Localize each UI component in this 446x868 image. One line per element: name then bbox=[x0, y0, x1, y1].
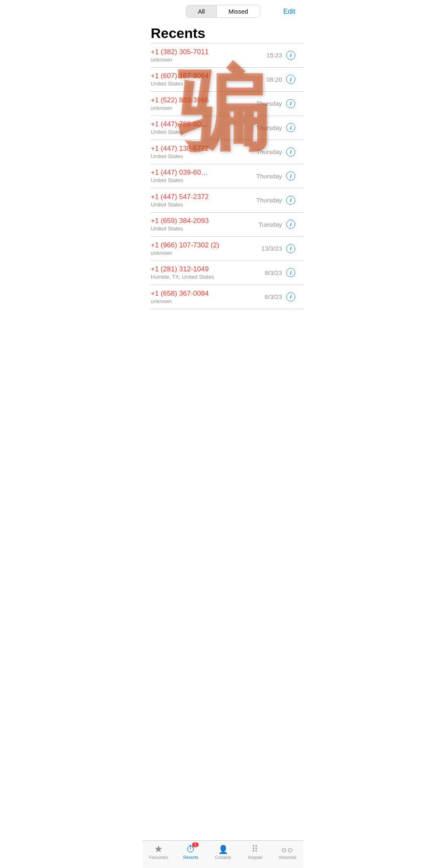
call-list: +1 (382) 305-7011 unknown 15:23 i +1 (60… bbox=[142, 43, 304, 309]
call-time: Tuesday bbox=[259, 221, 282, 228]
call-time: 15:23 bbox=[266, 52, 282, 59]
call-location: United States bbox=[151, 225, 259, 232]
call-number: +1 (966) 107-7302 (2) bbox=[151, 241, 261, 249]
call-item[interactable]: +1 (658) 367-0084 unknown 6/3/23 i bbox=[142, 285, 304, 309]
call-item-right: 08:20 i bbox=[266, 75, 295, 84]
call-time: Thursday bbox=[256, 100, 282, 107]
segment-all-button[interactable]: All bbox=[186, 5, 216, 17]
call-number: +1 (281) 312-1049 bbox=[151, 265, 265, 273]
info-button[interactable]: i bbox=[286, 268, 295, 277]
call-location: unknown bbox=[151, 105, 256, 111]
info-button[interactable]: i bbox=[286, 196, 295, 205]
call-time: 13/3/23 bbox=[261, 245, 282, 252]
call-item-left: +1 (522) 883-3986 unknown bbox=[151, 96, 256, 111]
call-number: +1 (447) 547-2372 bbox=[151, 193, 256, 201]
call-item-left: +1 (659) 384-2093 United States bbox=[151, 217, 259, 232]
page-title: Recents bbox=[142, 21, 304, 43]
call-item[interactable]: +1 (607) 167-9064 United States 08:20 i bbox=[142, 67, 304, 91]
edit-button[interactable]: Edit bbox=[283, 7, 295, 16]
call-location: United States bbox=[151, 202, 256, 208]
call-item[interactable]: +1 (522) 883-3986 unknown Thursday i bbox=[142, 92, 304, 116]
segment-missed-button[interactable]: Missed bbox=[217, 5, 260, 17]
call-item-right: Thursday i bbox=[256, 147, 295, 157]
call-item[interactable]: +1 (447) 547-2372 United States Thursday… bbox=[142, 188, 304, 212]
call-number: +1 (658) 367-0084 bbox=[151, 289, 265, 298]
call-time: 8/3/23 bbox=[265, 269, 282, 276]
call-location: United States bbox=[151, 81, 266, 87]
call-number: +1 (447) 039-60… bbox=[151, 168, 256, 177]
call-location: United States bbox=[151, 129, 256, 135]
call-location: unknown bbox=[151, 57, 266, 63]
call-number: +1 (447) 789-60… bbox=[151, 120, 256, 128]
call-number: +1 (382) 305-7011 bbox=[151, 48, 266, 56]
call-time: 08:20 bbox=[266, 76, 282, 83]
call-number: +1 (522) 883-3986 bbox=[151, 96, 256, 104]
call-location: Humble, TX, United States bbox=[151, 274, 265, 280]
call-location: United States bbox=[151, 177, 256, 183]
call-item-right: 15:23 i bbox=[266, 51, 295, 60]
call-time: Thursday bbox=[256, 148, 282, 155]
call-item-right: Thursday i bbox=[256, 99, 295, 108]
call-location: unknown bbox=[151, 250, 261, 256]
call-item[interactable]: +1 (447) 039-60… United States Thursday … bbox=[142, 164, 304, 188]
info-button[interactable]: i bbox=[286, 51, 295, 60]
call-time: 6/3/23 bbox=[265, 293, 282, 300]
top-bar: All Missed Edit bbox=[142, 0, 304, 21]
info-button[interactable]: i bbox=[286, 292, 295, 301]
call-item-left: +1 (966) 107-7302 (2) unknown bbox=[151, 241, 261, 256]
call-item-left: +1 (658) 367-0084 unknown bbox=[151, 289, 265, 304]
call-item-left: +1 (447) 138-5772 United States bbox=[151, 145, 256, 159]
call-item[interactable]: +1 (447) 789-60… United States Thursday … bbox=[142, 116, 304, 140]
call-number: +1 (447) 138-5772 bbox=[151, 145, 256, 153]
call-item-left: +1 (607) 167-9064 United States bbox=[151, 72, 266, 87]
call-item[interactable]: +1 (382) 305-7011 unknown 15:23 i bbox=[142, 43, 304, 67]
call-item-left: +1 (447) 547-2372 United States bbox=[151, 193, 256, 208]
call-item-left: +1 (382) 305-7011 unknown bbox=[151, 48, 266, 63]
call-item-left: +1 (447) 039-60… United States bbox=[151, 168, 256, 183]
info-button[interactable]: i bbox=[286, 147, 295, 157]
call-item-right: 13/3/23 i bbox=[261, 244, 295, 253]
call-item[interactable]: +1 (281) 312-1049 Humble, TX, United Sta… bbox=[142, 261, 304, 285]
call-item[interactable]: +1 (966) 107-7302 (2) unknown 13/3/23 i bbox=[142, 237, 304, 261]
info-button[interactable]: i bbox=[286, 220, 295, 229]
call-item-right: Thursday i bbox=[256, 196, 295, 205]
call-item-right: Thursday i bbox=[256, 171, 295, 180]
call-number: +1 (607) 167-9064 bbox=[151, 72, 266, 80]
info-button[interactable]: i bbox=[286, 75, 295, 84]
segment-control: All Missed bbox=[186, 5, 260, 18]
call-item-left: +1 (281) 312-1049 Humble, TX, United Sta… bbox=[151, 265, 265, 280]
call-time: Thursday bbox=[256, 197, 282, 204]
call-item[interactable]: +1 (447) 138-5772 United States Thursday… bbox=[142, 140, 304, 164]
call-time: Thursday bbox=[256, 124, 282, 131]
call-item-right: 6/3/23 i bbox=[265, 292, 295, 301]
call-number: +1 (659) 384-2093 bbox=[151, 217, 259, 225]
call-location: unknown bbox=[151, 298, 265, 304]
call-item-right: 8/3/23 i bbox=[265, 268, 295, 277]
call-item[interactable]: +1 (659) 384-2093 United States Tuesday … bbox=[142, 212, 304, 236]
info-button[interactable]: i bbox=[286, 244, 295, 253]
call-time: Thursday bbox=[256, 173, 282, 180]
call-item-left: +1 (447) 789-60… United States bbox=[151, 120, 256, 135]
call-item-right: Thursday i bbox=[256, 123, 295, 132]
call-location: United States bbox=[151, 153, 256, 159]
info-button[interactable]: i bbox=[286, 99, 295, 108]
info-button[interactable]: i bbox=[286, 123, 295, 132]
call-item-right: Tuesday i bbox=[259, 220, 295, 229]
info-button[interactable]: i bbox=[286, 171, 295, 180]
